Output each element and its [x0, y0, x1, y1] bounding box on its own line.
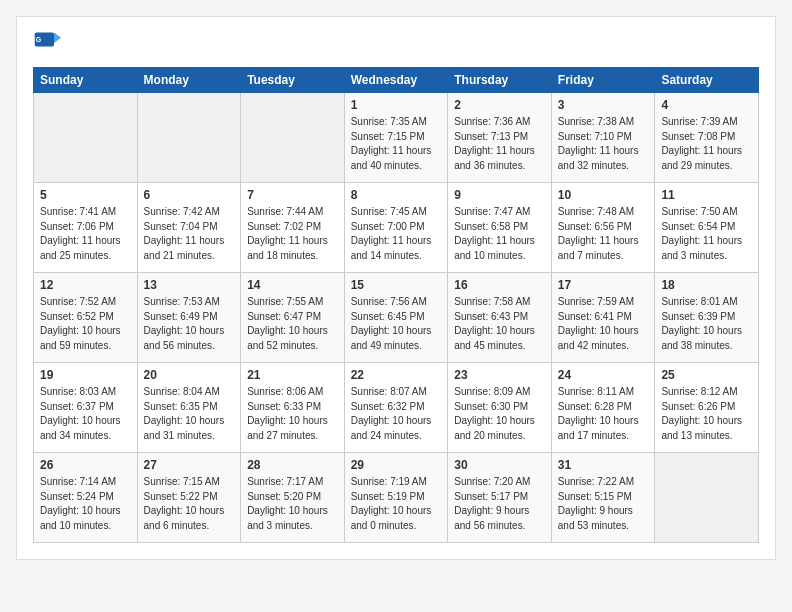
day-info: Sunrise: 8:11 AM Sunset: 6:28 PM Dayligh…: [558, 385, 649, 443]
day-info: Sunrise: 7:59 AM Sunset: 6:41 PM Dayligh…: [558, 295, 649, 353]
header-day: Saturday: [655, 68, 759, 93]
logo: G: [33, 29, 65, 57]
calendar-cell: 10Sunrise: 7:48 AM Sunset: 6:56 PM Dayli…: [551, 183, 655, 273]
day-info: Sunrise: 7:38 AM Sunset: 7:10 PM Dayligh…: [558, 115, 649, 173]
day-number: 30: [454, 458, 545, 472]
calendar-cell: 19Sunrise: 8:03 AM Sunset: 6:37 PM Dayli…: [34, 363, 138, 453]
day-number: 18: [661, 278, 752, 292]
header-row: SundayMondayTuesdayWednesdayThursdayFrid…: [34, 68, 759, 93]
calendar-cell: 15Sunrise: 7:56 AM Sunset: 6:45 PM Dayli…: [344, 273, 448, 363]
day-number: 5: [40, 188, 131, 202]
day-number: 6: [144, 188, 235, 202]
day-number: 15: [351, 278, 442, 292]
calendar-week: 5Sunrise: 7:41 AM Sunset: 7:06 PM Daylig…: [34, 183, 759, 273]
calendar-cell: 27Sunrise: 7:15 AM Sunset: 5:22 PM Dayli…: [137, 453, 241, 543]
calendar-cell: 13Sunrise: 7:53 AM Sunset: 6:49 PM Dayli…: [137, 273, 241, 363]
day-number: 20: [144, 368, 235, 382]
day-info: Sunrise: 7:19 AM Sunset: 5:19 PM Dayligh…: [351, 475, 442, 533]
day-info: Sunrise: 7:36 AM Sunset: 7:13 PM Dayligh…: [454, 115, 545, 173]
day-number: 25: [661, 368, 752, 382]
calendar-cell: 9Sunrise: 7:47 AM Sunset: 6:58 PM Daylig…: [448, 183, 552, 273]
day-info: Sunrise: 7:52 AM Sunset: 6:52 PM Dayligh…: [40, 295, 131, 353]
calendar-week: 1Sunrise: 7:35 AM Sunset: 7:15 PM Daylig…: [34, 93, 759, 183]
day-number: 19: [40, 368, 131, 382]
day-number: 29: [351, 458, 442, 472]
day-number: 10: [558, 188, 649, 202]
calendar-cell: 1Sunrise: 7:35 AM Sunset: 7:15 PM Daylig…: [344, 93, 448, 183]
day-number: 11: [661, 188, 752, 202]
calendar-cell: 23Sunrise: 8:09 AM Sunset: 6:30 PM Dayli…: [448, 363, 552, 453]
calendar-week: 26Sunrise: 7:14 AM Sunset: 5:24 PM Dayli…: [34, 453, 759, 543]
calendar-table: SundayMondayTuesdayWednesdayThursdayFrid…: [33, 67, 759, 543]
day-info: Sunrise: 8:06 AM Sunset: 6:33 PM Dayligh…: [247, 385, 338, 443]
header-day: Friday: [551, 68, 655, 93]
day-info: Sunrise: 8:01 AM Sunset: 6:39 PM Dayligh…: [661, 295, 752, 353]
calendar-header: G: [33, 29, 759, 57]
calendar-cell: 28Sunrise: 7:17 AM Sunset: 5:20 PM Dayli…: [241, 453, 345, 543]
calendar-cell: 3Sunrise: 7:38 AM Sunset: 7:10 PM Daylig…: [551, 93, 655, 183]
day-info: Sunrise: 7:17 AM Sunset: 5:20 PM Dayligh…: [247, 475, 338, 533]
calendar-cell: 24Sunrise: 8:11 AM Sunset: 6:28 PM Dayli…: [551, 363, 655, 453]
calendar-cell: [655, 453, 759, 543]
day-info: Sunrise: 7:41 AM Sunset: 7:06 PM Dayligh…: [40, 205, 131, 263]
day-info: Sunrise: 7:45 AM Sunset: 7:00 PM Dayligh…: [351, 205, 442, 263]
day-number: 3: [558, 98, 649, 112]
day-info: Sunrise: 7:56 AM Sunset: 6:45 PM Dayligh…: [351, 295, 442, 353]
header-day: Thursday: [448, 68, 552, 93]
day-number: 22: [351, 368, 442, 382]
calendar-cell: 26Sunrise: 7:14 AM Sunset: 5:24 PM Dayli…: [34, 453, 138, 543]
day-info: Sunrise: 8:03 AM Sunset: 6:37 PM Dayligh…: [40, 385, 131, 443]
calendar-cell: [241, 93, 345, 183]
day-number: 8: [351, 188, 442, 202]
day-number: 7: [247, 188, 338, 202]
calendar-cell: 30Sunrise: 7:20 AM Sunset: 5:17 PM Dayli…: [448, 453, 552, 543]
calendar-cell: 2Sunrise: 7:36 AM Sunset: 7:13 PM Daylig…: [448, 93, 552, 183]
day-number: 17: [558, 278, 649, 292]
day-info: Sunrise: 8:09 AM Sunset: 6:30 PM Dayligh…: [454, 385, 545, 443]
calendar-cell: [34, 93, 138, 183]
calendar-week: 19Sunrise: 8:03 AM Sunset: 6:37 PM Dayli…: [34, 363, 759, 453]
day-number: 14: [247, 278, 338, 292]
logo-icon: G: [33, 29, 61, 57]
day-info: Sunrise: 7:22 AM Sunset: 5:15 PM Dayligh…: [558, 475, 649, 533]
day-number: 16: [454, 278, 545, 292]
calendar-cell: 12Sunrise: 7:52 AM Sunset: 6:52 PM Dayli…: [34, 273, 138, 363]
day-number: 26: [40, 458, 131, 472]
day-number: 21: [247, 368, 338, 382]
day-info: Sunrise: 7:42 AM Sunset: 7:04 PM Dayligh…: [144, 205, 235, 263]
day-info: Sunrise: 8:12 AM Sunset: 6:26 PM Dayligh…: [661, 385, 752, 443]
calendar-cell: 16Sunrise: 7:58 AM Sunset: 6:43 PM Dayli…: [448, 273, 552, 363]
svg-marker-1: [54, 33, 61, 44]
header-day: Tuesday: [241, 68, 345, 93]
day-info: Sunrise: 7:50 AM Sunset: 6:54 PM Dayligh…: [661, 205, 752, 263]
day-info: Sunrise: 7:47 AM Sunset: 6:58 PM Dayligh…: [454, 205, 545, 263]
calendar-cell: 4Sunrise: 7:39 AM Sunset: 7:08 PM Daylig…: [655, 93, 759, 183]
day-number: 31: [558, 458, 649, 472]
day-info: Sunrise: 7:14 AM Sunset: 5:24 PM Dayligh…: [40, 475, 131, 533]
calendar-cell: 14Sunrise: 7:55 AM Sunset: 6:47 PM Dayli…: [241, 273, 345, 363]
day-info: Sunrise: 7:39 AM Sunset: 7:08 PM Dayligh…: [661, 115, 752, 173]
day-info: Sunrise: 7:55 AM Sunset: 6:47 PM Dayligh…: [247, 295, 338, 353]
day-info: Sunrise: 7:44 AM Sunset: 7:02 PM Dayligh…: [247, 205, 338, 263]
calendar-cell: 18Sunrise: 8:01 AM Sunset: 6:39 PM Dayli…: [655, 273, 759, 363]
calendar-cell: 25Sunrise: 8:12 AM Sunset: 6:26 PM Dayli…: [655, 363, 759, 453]
day-number: 13: [144, 278, 235, 292]
calendar-cell: 17Sunrise: 7:59 AM Sunset: 6:41 PM Dayli…: [551, 273, 655, 363]
day-number: 4: [661, 98, 752, 112]
svg-text:G: G: [36, 36, 42, 43]
calendar-cell: 29Sunrise: 7:19 AM Sunset: 5:19 PM Dayli…: [344, 453, 448, 543]
day-number: 24: [558, 368, 649, 382]
day-number: 23: [454, 368, 545, 382]
calendar-cell: 8Sunrise: 7:45 AM Sunset: 7:00 PM Daylig…: [344, 183, 448, 273]
day-info: Sunrise: 7:53 AM Sunset: 6:49 PM Dayligh…: [144, 295, 235, 353]
header-day: Monday: [137, 68, 241, 93]
calendar-cell: 6Sunrise: 7:42 AM Sunset: 7:04 PM Daylig…: [137, 183, 241, 273]
day-info: Sunrise: 7:20 AM Sunset: 5:17 PM Dayligh…: [454, 475, 545, 533]
day-info: Sunrise: 7:15 AM Sunset: 5:22 PM Dayligh…: [144, 475, 235, 533]
day-info: Sunrise: 7:35 AM Sunset: 7:15 PM Dayligh…: [351, 115, 442, 173]
day-info: Sunrise: 8:07 AM Sunset: 6:32 PM Dayligh…: [351, 385, 442, 443]
calendar-cell: 5Sunrise: 7:41 AM Sunset: 7:06 PM Daylig…: [34, 183, 138, 273]
header-day: Sunday: [34, 68, 138, 93]
day-number: 28: [247, 458, 338, 472]
calendar-cell: 22Sunrise: 8:07 AM Sunset: 6:32 PM Dayli…: [344, 363, 448, 453]
